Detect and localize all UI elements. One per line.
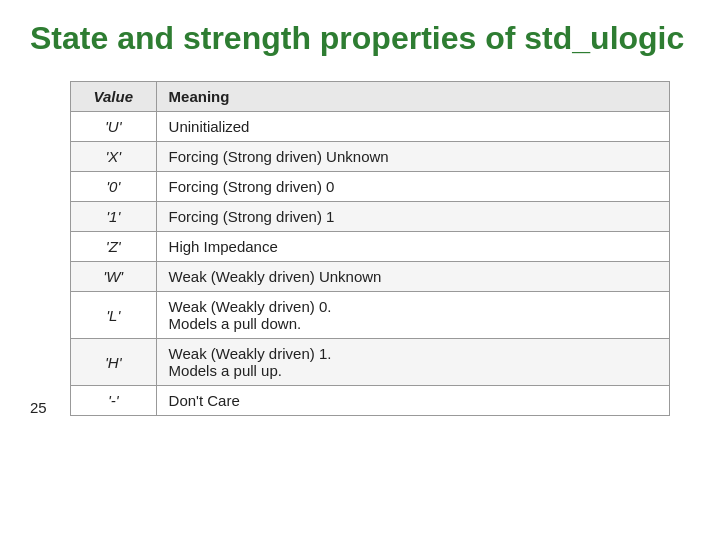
cell-meaning: Weak (Weakly driven) 0.Models a pull dow… [156,292,669,339]
cell-value: 'L' [71,292,157,339]
table-body: 'U'Uninitialized'X'Forcing (Strong drive… [71,112,670,416]
page-number: 25 [30,399,47,416]
cell-value: '-' [71,386,157,416]
cell-value: 'X' [71,142,157,172]
cell-meaning: High Impedance [156,232,669,262]
table-row: '1'Forcing (Strong driven) 1 [71,202,670,232]
cell-meaning: Weak (Weakly driven) Unknown [156,262,669,292]
table-row: 'L'Weak (Weakly driven) 0.Models a pull … [71,292,670,339]
header-meaning: Meaning [156,82,669,112]
cell-value: 'H' [71,339,157,386]
cell-meaning: Weak (Weakly driven) 1.Models a pull up. [156,339,669,386]
cell-meaning: Forcing (Strong driven) 0 [156,172,669,202]
cell-value: '0' [71,172,157,202]
cell-value: '1' [71,202,157,232]
table-row: 'W'Weak (Weakly driven) Unknown [71,262,670,292]
table-row: '0'Forcing (Strong driven) 0 [71,172,670,202]
table-header-row: Value Meaning [71,82,670,112]
cell-meaning: Forcing (Strong driven) Unknown [156,142,669,172]
table-row: 'H'Weak (Weakly driven) 1.Models a pull … [71,339,670,386]
table-row: '-'Don't Care [71,386,670,416]
cell-value: 'Z' [71,232,157,262]
header-value: Value [71,82,157,112]
table-row: 'X'Forcing (Strong driven) Unknown [71,142,670,172]
table-wrapper: Value Meaning 'U'Uninitialized'X'Forcing… [70,81,690,416]
cell-value: 'U' [71,112,157,142]
cell-meaning: Forcing (Strong driven) 1 [156,202,669,232]
cell-value: 'W' [71,262,157,292]
page-title: State and strength properties of std_ulo… [30,20,690,57]
cell-meaning: Uninitialized [156,112,669,142]
page-container: State and strength properties of std_ulo… [0,0,720,436]
cell-meaning: Don't Care [156,386,669,416]
properties-table: Value Meaning 'U'Uninitialized'X'Forcing… [70,81,670,416]
table-row: 'Z'High Impedance [71,232,670,262]
table-row: 'U'Uninitialized [71,112,670,142]
